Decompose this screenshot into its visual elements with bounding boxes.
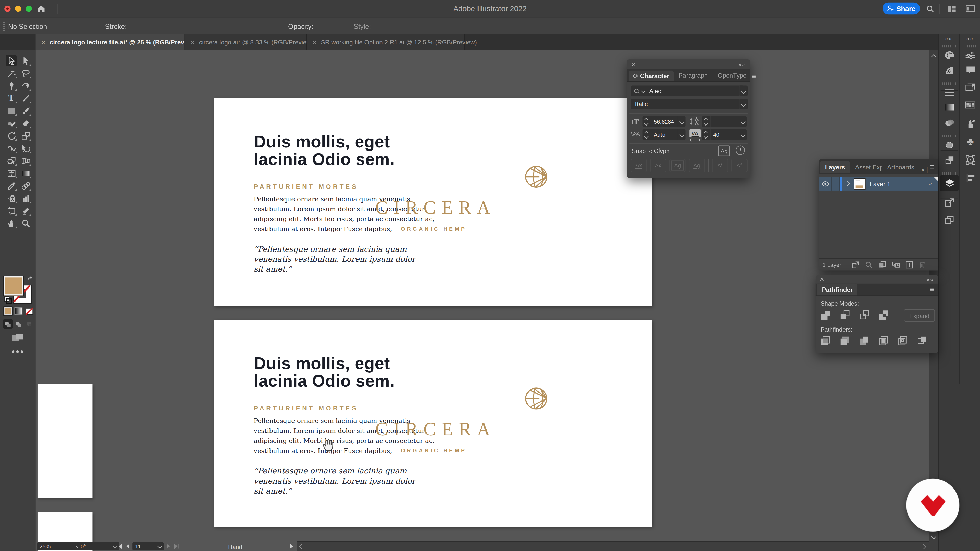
align-panel-icon[interactable]: [961, 171, 980, 186]
document-tab-2[interactable]: × circera logo.ai* @ 8.33 % (RGB/Preview…: [185, 35, 307, 50]
dock-collapse-right[interactable]: ««: [966, 36, 974, 42]
hand-tool[interactable]: [6, 218, 17, 229]
default-fill-stroke-icon[interactable]: [4, 296, 12, 304]
lasso-tool[interactable]: [20, 67, 31, 79]
kerning-dropdown[interactable]: [678, 129, 686, 140]
panel-collapse-icon[interactable]: ««: [927, 276, 934, 282]
font-family-field[interactable]: Aleo: [631, 86, 745, 97]
panel-close-icon[interactable]: ×: [631, 61, 635, 68]
gradient-panel-icon[interactable]: [940, 100, 959, 115]
dock-grip[interactable]: [942, 45, 956, 48]
document-tab-active[interactable]: × circera logo lecture file.ai* @ 25 % (…: [36, 35, 185, 50]
rotation-dropdown[interactable]: 0°: [78, 542, 119, 551]
panel-menu-icon[interactable]: ≡: [752, 73, 756, 81]
stroke-panel-icon[interactable]: [940, 85, 959, 100]
layer-lock-cell[interactable]: [832, 177, 840, 191]
symbols-panel-icon[interactable]: ♣: [961, 135, 980, 149]
leading-dropdown[interactable]: [739, 116, 747, 127]
color-mode-button[interactable]: [3, 306, 13, 316]
scroll-down-icon[interactable]: [931, 534, 936, 539]
free-transform-tool[interactable]: [20, 142, 31, 154]
slice-tool[interactable]: [20, 205, 31, 216]
layer-target-circle[interactable]: ○: [928, 181, 932, 187]
rectangle-tool[interactable]: [6, 105, 17, 116]
mesh-tool[interactable]: [6, 167, 17, 179]
gradient-tool[interactable]: [20, 167, 31, 179]
previous-artboard-button[interactable]: [125, 544, 130, 549]
tab-pathfinder[interactable]: Pathfinder: [817, 284, 858, 295]
fill-proxy-swatch[interactable]: [4, 276, 23, 295]
color-panel-icon[interactable]: [940, 48, 959, 62]
collect-for-export-icon[interactable]: [852, 261, 859, 268]
transform-panel-icon[interactable]: [961, 152, 980, 168]
tab-asset-export[interactable]: Asset Exp: [850, 161, 882, 173]
dock-grip[interactable]: [942, 172, 956, 175]
minus-front-icon[interactable]: [840, 310, 850, 320]
document-tab-3[interactable]: × SR working file Option 2 R1.ai @ 12.5 …: [307, 35, 465, 50]
unite-icon[interactable]: [821, 310, 831, 320]
properties-panel-icon[interactable]: [961, 48, 980, 62]
snap-glyph-ag-icon[interactable]: Ag: [718, 146, 730, 156]
scroll-right-icon[interactable]: [921, 544, 926, 549]
canvas[interactable]: Duis mollis, eget lacinia Odio sem. PART…: [36, 50, 929, 551]
layer-name[interactable]: Layer 1: [870, 180, 891, 187]
snap-glyph-info-icon[interactable]: i: [735, 146, 745, 155]
brushes-panel-icon[interactable]: [961, 116, 980, 131]
symbol-sprayer-tool[interactable]: [6, 192, 17, 203]
tab-close-icon[interactable]: ×: [191, 38, 195, 46]
shape-builder-tool[interactable]: [6, 155, 17, 166]
tab-close-icon[interactable]: ×: [312, 38, 317, 46]
layer-expand-chevron[interactable]: [845, 181, 850, 186]
transparency-panel-icon[interactable]: [940, 115, 959, 130]
font-size-stepper[interactable]: [643, 116, 651, 127]
make-mask-icon[interactable]: [878, 261, 886, 268]
color-guide-panel-icon[interactable]: [940, 62, 959, 78]
tab-opentype[interactable]: OpenType: [713, 69, 752, 81]
tab-layers[interactable]: Layers: [820, 161, 850, 173]
trim-icon[interactable]: [840, 336, 850, 346]
panel-toggle-icon[interactable]: [964, 3, 976, 14]
font-style-dropdown[interactable]: [739, 99, 748, 110]
status-expand-arrow[interactable]: [290, 544, 294, 549]
draw-behind-button[interactable]: [14, 319, 23, 329]
scroll-up-icon[interactable]: [931, 54, 936, 59]
dock-grip[interactable]: [942, 83, 956, 85]
character-panel-header[interactable]: × ««: [627, 59, 750, 69]
tracking-stepper[interactable]: [702, 129, 710, 140]
minus-back-icon[interactable]: [918, 336, 927, 346]
artboard-number-dropdown[interactable]: 11: [132, 542, 164, 551]
merge-icon[interactable]: [859, 336, 869, 346]
intersect-icon[interactable]: [859, 310, 869, 320]
rotate-tool[interactable]: [6, 130, 17, 141]
dock-grip[interactable]: [963, 45, 977, 48]
scroll-left-icon[interactable]: [299, 544, 304, 549]
panel-overflow-icon[interactable]: »: [919, 166, 926, 173]
edit-toolbar-ellipsis[interactable]: [12, 351, 23, 353]
panel-collapse-icon[interactable]: ««: [738, 61, 746, 67]
none-mode-button[interactable]: [24, 306, 34, 316]
tracking-input[interactable]: 40: [711, 129, 741, 140]
controlbar-grip[interactable]: [3, 21, 5, 32]
scale-tool[interactable]: [20, 130, 31, 141]
layers-panel-icon[interactable]: [940, 175, 959, 191]
workspace-switcher-icon[interactable]: [946, 3, 958, 14]
screen-recorder-badge[interactable]: [906, 478, 959, 532]
outline-icon[interactable]: [898, 336, 907, 346]
panel-menu-icon[interactable]: ≡: [930, 285, 934, 295]
magic-wand-tool[interactable]: [6, 67, 17, 79]
horizontal-scrollbar[interactable]: [297, 541, 929, 551]
font-size-input[interactable]: 56.8284: [651, 116, 679, 127]
kerning-input[interactable]: Auto: [651, 129, 679, 140]
screen-mode-icon[interactable]: [10, 332, 25, 343]
next-artboard-button[interactable]: [166, 544, 171, 549]
font-style-field[interactable]: Italic: [631, 99, 747, 110]
tab-artboards[interactable]: Artboards: [882, 161, 919, 173]
search-icon[interactable]: [924, 3, 935, 14]
width-tool[interactable]: [6, 142, 17, 154]
artboard-1[interactable]: Duis mollis, eget lacinia Odio sem. PART…: [214, 98, 652, 306]
exclude-icon[interactable]: [879, 310, 889, 320]
zoom-level-dropdown[interactable]: 25%: [37, 542, 82, 551]
libraries-panel-icon[interactable]: [961, 80, 980, 95]
last-artboard-button[interactable]: [174, 544, 180, 549]
paintbrush-tool[interactable]: [20, 105, 31, 116]
